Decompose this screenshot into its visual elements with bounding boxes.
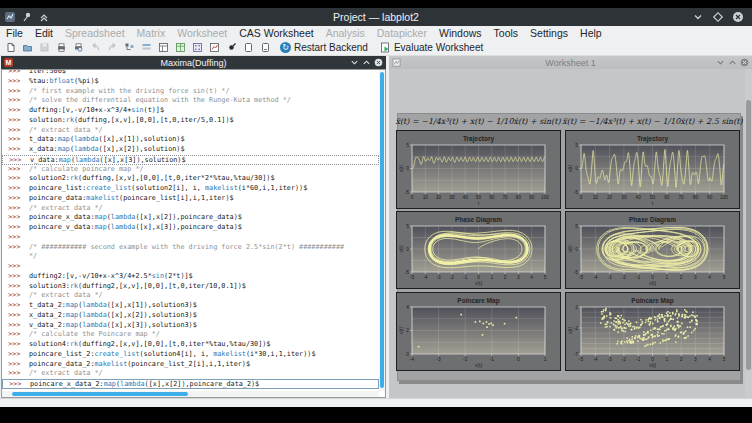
menu-help[interactable]: Help <box>574 26 608 40</box>
worksheet-panel-titlebar[interactable]: Worksheet 1 <box>389 56 752 69</box>
cas-close-icon[interactable] <box>374 58 383 67</box>
code-line[interactable]: >>>v_data_2:map(lambda([x],x[3]),solutio… <box>2 321 379 331</box>
ws-close-icon[interactable] <box>740 58 749 67</box>
code-line[interactable]: >>>solution3:rk(duffing2,[x,v],[0,0],[t,… <box>2 282 379 292</box>
new-workbook-button[interactable] <box>156 41 171 55</box>
menu-edit[interactable]: Edit <box>29 26 59 40</box>
menu-windows[interactable]: Windows <box>433 26 488 40</box>
svg-text:-1: -1 <box>490 357 495 362</box>
svg-text:70: 70 <box>678 195 684 200</box>
ws-minimize-icon[interactable] <box>716 58 725 67</box>
svg-text:2: 2 <box>680 275 683 280</box>
menu-cas-worksheet[interactable]: CAS Worksheet <box>233 26 320 40</box>
code-line[interactable]: >>> <box>2 233 379 243</box>
code-line[interactable]: >>>x_data_2:map(lambda([x],x[2]),solutio… <box>2 311 379 321</box>
equation-label-2[interactable]: ẍ(t) = −1/4x³(t) + x(t) − 1/10ẋ(t) + 2.5… <box>562 117 743 128</box>
new-worksheet-button[interactable] <box>207 41 222 55</box>
menu-tools[interactable]: Tools <box>488 26 525 40</box>
svg-text:30: 30 <box>621 195 627 200</box>
svg-text:80: 80 <box>693 195 699 200</box>
code-line[interactable]: >>>t_data_2:map(lambda([x],x[1]),solutio… <box>2 301 379 311</box>
code-line[interactable]: >>>/* calculate poincare map */ <box>2 165 379 175</box>
cas-zoom-in-button[interactable] <box>241 41 256 55</box>
cas-minimize-icon[interactable] <box>350 58 359 67</box>
project-explorer-button[interactable] <box>122 41 137 55</box>
code-line[interactable]: >>>t_data:map(lambda([x],x[1]),solution)… <box>2 135 379 145</box>
svg-text:1: 1 <box>544 357 547 362</box>
code-line[interactable]: >>>duffing:[v,-v/10+x-x^3/4+sin(t)]$ <box>2 106 379 116</box>
code-line[interactable]: >>>/* extract data */ <box>2 126 379 136</box>
properties-explorer-button[interactable] <box>139 41 154 55</box>
code-line[interactable]: >>>poincare_x_data_2:map(lambda([x],x[2]… <box>2 379 379 389</box>
code-line[interactable]: >>>/* first example with the driving for… <box>2 87 379 97</box>
menu-settings[interactable]: Settings <box>524 26 574 40</box>
print-button[interactable] <box>54 41 69 55</box>
cas-zoom-out-button[interactable] <box>258 41 273 55</box>
new-matrix-button[interactable] <box>190 41 205 55</box>
code-line[interactable]: >>>poincare_v_data:map(lambda([x],x[3]),… <box>2 223 379 233</box>
code-line[interactable]: >>>duffing2:[v,-v/10+x-x^3/4+2.5*sin(2*t… <box>2 272 379 282</box>
prompt: >>> <box>8 301 29 311</box>
menu-file[interactable]: File <box>0 26 29 40</box>
restart-backend-button[interactable]: ↻Restart Backend <box>275 41 373 55</box>
svg-text:v(t): v(t) <box>567 245 573 253</box>
prompt: >>> <box>8 369 29 379</box>
close-button[interactable] <box>732 11 744 23</box>
code-line[interactable]: >>>solution4:rk(duffing2,[x,v],[0,0],[t,… <box>2 340 379 350</box>
cas-code-area[interactable]: >>>iter:500$>>>%tau:bfloat(%pi)$>>>/* fi… <box>1 69 386 398</box>
code-line[interactable]: >>>v_data:map(lambda([x],x[3]),solution)… <box>2 155 379 165</box>
code-line[interactable]: >>>/* ########### second example with th… <box>2 243 379 253</box>
evaluate-worksheet-button[interactable]: Evaluate Worksheet <box>375 41 488 55</box>
code-line[interactable]: >>>solution:rk(duffing,[x,v],[0,0],[t,0,… <box>2 116 379 126</box>
new-document-button[interactable] <box>3 41 18 55</box>
code-line[interactable]: >>>poincare_data:makelist(poincare_list[… <box>2 194 379 204</box>
code-line[interactable]: >>>/* solve the differential equation wi… <box>2 96 379 106</box>
minimize-button[interactable] <box>692 11 704 23</box>
new-notebook-button[interactable] <box>224 41 239 55</box>
equation-label-1[interactable]: ẍ(t) = −1/4x³(t) + x(t) − 1/10ẋ(t) + sin… <box>393 117 563 128</box>
cas-restore-icon[interactable] <box>362 58 371 67</box>
cas-panel-titlebar[interactable]: M Maxima(Duffing) <box>1 56 386 69</box>
cas-vertical-scrollbar[interactable] <box>379 70 385 391</box>
ws-restore-icon[interactable] <box>728 58 737 67</box>
code-line[interactable]: >>> <box>2 262 379 272</box>
code-line[interactable]: >>>poincare_list:create_list(solution2[i… <box>2 184 379 194</box>
app-icon <box>4 11 16 23</box>
code-line[interactable]: >>>iter:500$ <box>2 70 379 77</box>
plot-poincare-map-left[interactable]: -4-3-2-101024Poincare Mapx(t)v(t) <box>396 292 561 371</box>
prompt: >>> <box>9 380 30 388</box>
worksheet-vertical-scrollbar[interactable] <box>745 69 752 398</box>
code-line[interactable]: >>>x_data:map(lambda([x],x[2]),solution)… <box>2 145 379 155</box>
plot-trajectory-right[interactable]: 0102030405060708090100-505Trajectorytx(t… <box>565 130 740 209</box>
plot-poincare-map-right[interactable]: -5-4-3-2-1012345-7-22Poincare Mapx(t)v(t… <box>565 292 740 371</box>
code-line[interactable]: >>>poincare_x_data:map(lambda([x],x[2]),… <box>2 213 379 223</box>
svg-text:t: t <box>652 200 654 206</box>
print-preview-button[interactable] <box>71 41 86 55</box>
code-line[interactable]: >>>solution2:rk(duffing,[x,v],[0,0],[t,0… <box>2 174 379 184</box>
new-workbook-icon <box>158 42 169 53</box>
code-line[interactable]: >>>poincare_list_2:create_list(solution4… <box>2 350 379 360</box>
prompt: >>> <box>8 330 29 340</box>
plot-phase-diagram-left[interactable]: -5-4-3-2-1012345-505Phase Diagramx(t)v(t… <box>396 211 561 289</box>
svg-text:-5: -5 <box>405 270 410 275</box>
shade-icon[interactable] <box>38 11 50 23</box>
code-line[interactable]: >>>poincare_data_2:makelist(poincare_lis… <box>2 360 379 370</box>
title-bar[interactable]: Project — labplot2 <box>0 8 752 26</box>
cas-horizontal-scrollbar[interactable] <box>2 391 379 397</box>
code-line[interactable]: >>>/* extract data */ <box>2 291 379 301</box>
plot-phase-diagram-right[interactable]: -5-4-3-2-1012345-505Phase Diagramx(t)v(t… <box>565 211 740 289</box>
pin-icon[interactable] <box>21 11 33 23</box>
code-line[interactable]: >>>%tau:bfloat(%pi)$ <box>2 77 379 87</box>
code-line[interactable]: >>>/* extract data */ <box>2 204 379 214</box>
open-document-button[interactable] <box>20 41 35 55</box>
worksheet-view[interactable]: ẍ(t) = −1/4x³(t) + x(t) − 1/10ẋ(t) + sin… <box>389 69 752 398</box>
code-line[interactable]: */ <box>2 252 379 262</box>
maximize-button[interactable] <box>712 11 724 23</box>
prompt: >>> <box>8 321 29 331</box>
plot-trajectory-left[interactable]: 0102030405060708090100-505Trajectorytx(t… <box>396 130 561 209</box>
code-line[interactable]: >>>/* calculate the Poincare map */ <box>2 330 379 340</box>
code-line[interactable]: >>>/* extract data */ <box>2 369 379 379</box>
new-spreadsheet-button[interactable] <box>173 41 188 55</box>
svg-text:x(t): x(t) <box>649 362 657 368</box>
svg-text:40: 40 <box>636 195 642 200</box>
